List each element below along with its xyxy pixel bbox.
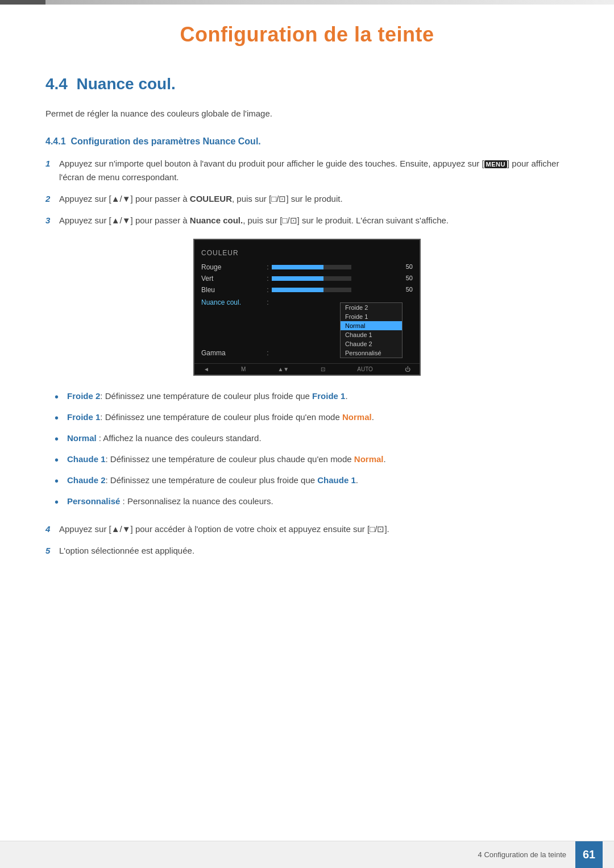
bullet-personnalise: • Personnalisé : Personnalisez la nuance…	[45, 495, 569, 511]
page-number: 61	[575, 841, 603, 869]
section-description: Permet de régler la nuance des couleurs …	[45, 107, 569, 121]
osd-rows: Rouge : 50 Vert :	[194, 261, 420, 359]
step-5: 5 L'option sélectionnée est appliquée.	[45, 544, 569, 558]
steps-list-after: 4 Appuyez sur [▲/▼] pour accéder à l'opt…	[45, 522, 569, 558]
bullet-chaude1: • Chaude 1: Définissez une température d…	[45, 452, 569, 469]
bullet-normal: • Normal : Affichez la nuance des couleu…	[45, 431, 569, 448]
osd-icon-power: ⏻	[405, 366, 410, 372]
osd-dropdown: Froide 2 Froide 1 Normal Chaude 1 Chaude…	[340, 302, 403, 358]
osd-screenshot: COULEUR Rouge : 50	[45, 239, 569, 376]
osd-icon-select: ⊡	[321, 366, 325, 372]
bullet-froide1: • Froide 1: Définissez une température d…	[45, 410, 569, 427]
menu-key: MENU	[484, 160, 507, 168]
osd-title: COULEUR	[194, 247, 420, 261]
top-bar	[0, 0, 614, 5]
osd-icon-menu: M	[241, 366, 246, 372]
subsection-heading: 4.4.1 Configuration des paramètres Nuanc…	[45, 136, 569, 147]
osd-row-nuance: Nuance coul. : Froide 2 Froide 1 Normal …	[201, 297, 413, 308]
osd-icon-auto: AUTO	[357, 366, 373, 372]
bullet-list: • Froide 2: Définissez une température d…	[45, 389, 569, 511]
step-2: 2 Appuyez sur [▲/▼] pour passer à COULEU…	[45, 192, 569, 206]
steps-list: 1 Appuyez sur n'importe quel bouton à l'…	[45, 157, 569, 227]
step-1: 1 Appuyez sur n'importe quel bouton à l'…	[45, 157, 569, 184]
section-heading: 4.4 Nuance coul.	[45, 75, 569, 95]
page-title: Configuration de la teinte	[45, 23, 569, 47]
osd-icon-back: ◄	[204, 366, 209, 372]
osd-icon-row: ◄ M ▲▼ ⊡ AUTO ⏻	[194, 363, 420, 375]
osd-row-rouge: Rouge : 50	[201, 261, 413, 273]
osd-screen: COULEUR Rouge : 50	[193, 239, 421, 376]
page-header: Configuration de la teinte	[0, 0, 614, 64]
step-3: 3 Appuyez sur [▲/▼] pour passer à Nuance…	[45, 214, 569, 227]
osd-row-bleu: Bleu : 50	[201, 284, 413, 296]
osd-icon-nav: ▲▼	[277, 366, 289, 372]
main-content: 4.4 Nuance coul. Permet de régler la nua…	[0, 64, 614, 601]
step-4: 4 Appuyez sur [▲/▼] pour accéder à l'opt…	[45, 522, 569, 536]
top-bar-accent	[0, 0, 45, 5]
section-4-4: 4.4 Nuance coul. Permet de régler la nua…	[45, 75, 569, 558]
footer-section-label: 4 Configuration de la teinte	[478, 850, 566, 859]
bullet-froide2: • Froide 2: Définissez une température d…	[45, 389, 569, 406]
page-footer: 4 Configuration de la teinte 61	[0, 841, 614, 868]
bullet-chaude2: • Chaude 2: Définissez une température d…	[45, 474, 569, 490]
osd-row-vert: Vert : 50	[201, 273, 413, 284]
